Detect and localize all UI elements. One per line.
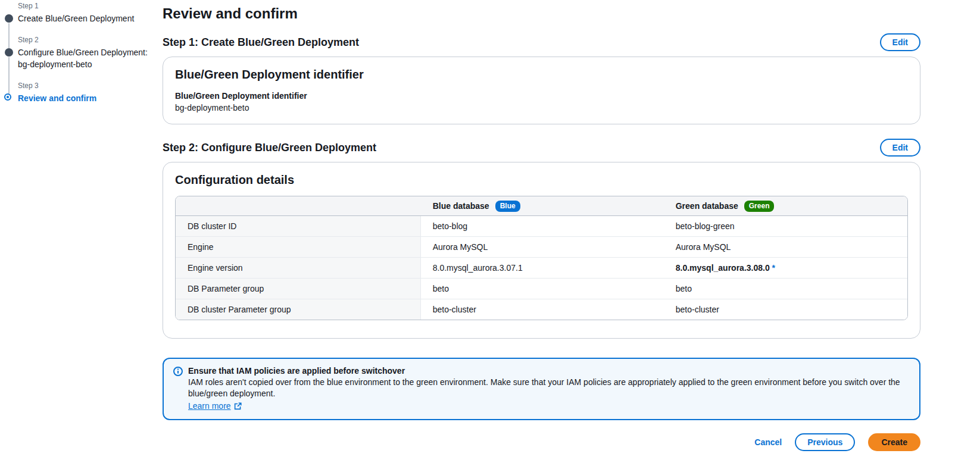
main-content: Review and confirm Step 1: Create Blue/G… [163, 0, 920, 466]
row-label: Engine [176, 237, 421, 257]
row-label: DB Parameter group [176, 279, 421, 299]
wizard-step-1: Step 1 Create Blue/Green Deployment [0, 1, 157, 24]
create-button[interactable]: Create [868, 433, 920, 451]
configuration-details-card: Configuration details Blue database Blue… [163, 162, 920, 339]
changed-asterisk: * [770, 263, 775, 273]
step-2-complete-circle-icon [5, 48, 13, 57]
blue-badge: Blue [495, 201, 520, 212]
blue-database-value: beto [421, 279, 664, 299]
green-database-header-label: Green database [676, 200, 738, 212]
alert-content: Ensure that IAM policies are applied bef… [188, 365, 910, 412]
green-database-value: beto [664, 279, 907, 299]
empty-header-cell [176, 196, 421, 215]
page-title: Review and confirm [163, 5, 920, 23]
row-label: DB cluster Parameter group [176, 299, 421, 320]
step-connector-line [8, 57, 10, 94]
step1-edit-button[interactable]: Edit [880, 33, 920, 51]
alert-title: Ensure that IAM policies are applied bef… [188, 365, 910, 377]
green-database-value: 8.0.mysql_aurora.3.08.0 * [664, 258, 907, 278]
learn-more-label: Learn more [188, 400, 231, 412]
green-database-value: Aurora MySQL [664, 237, 907, 257]
step-3-label: Step 3 [18, 81, 157, 90]
blue-database-header-label: Blue database [433, 200, 489, 212]
deployment-identifier-label: Blue/Green Deployment identifier [175, 90, 908, 101]
configuration-table-body: DB cluster IDbeto-blogbeto-blog-greenEng… [176, 216, 907, 320]
alert-body: IAM roles aren't copied over from the bl… [188, 377, 910, 399]
step1-section-heading: Step 1: Create Blue/Green Deployment [163, 35, 359, 49]
configuration-table: Blue database Blue Green database Green … [175, 196, 908, 320]
step2-section-header: Step 2: Configure Blue/Green Deployment … [163, 139, 920, 157]
step-2-label: Step 2 [18, 35, 157, 45]
wizard-step-1-link[interactable]: Create Blue/Green Deployment [18, 12, 157, 24]
step1-section-header: Step 1: Create Blue/Green Deployment Edi… [163, 33, 920, 51]
table-row: DB Parameter groupbetobeto [176, 279, 907, 299]
blue-database-value: beto-cluster [421, 299, 664, 320]
table-row: DB cluster IDbeto-blogbeto-blog-green [176, 216, 907, 237]
step-1-complete-circle-icon [5, 14, 13, 23]
table-row: Engine version8.0.mysql_aurora.3.07.18.0… [176, 258, 907, 279]
page-layout: Step 1 Create Blue/Green Deployment Step… [0, 0, 980, 466]
external-link-icon [234, 402, 242, 410]
cancel-button[interactable]: Cancel [754, 437, 782, 447]
step2-section-heading: Step 2: Configure Blue/Green Deployment [163, 140, 376, 155]
table-row: EngineAurora MySQLAurora MySQL [176, 237, 907, 258]
wizard-step-2: Step 2 Configure Blue/Green Deployment: … [0, 35, 157, 70]
wizard-step-3-link[interactable]: Review and confirm [18, 92, 157, 104]
step-3-active-circle-icon [4, 93, 11, 101]
blue-database-value: Aurora MySQL [421, 237, 664, 257]
card-heading: Blue/Green Deployment identifier [175, 67, 908, 82]
info-alert: Ensure that IAM policies are applied bef… [163, 358, 920, 420]
card-heading: Configuration details [175, 172, 908, 187]
table-row: DB cluster Parameter groupbeto-clusterbe… [176, 299, 907, 320]
wizard-step-2-link[interactable]: Configure Blue/Green Deployment: bg-depl… [18, 46, 157, 70]
green-database-value: beto-cluster [664, 299, 907, 320]
blue-database-value: beto-blog [421, 216, 664, 236]
blue-database-value: 8.0.mysql_aurora.3.07.1 [421, 258, 664, 278]
table-header-row: Blue database Blue Green database Green [176, 196, 907, 216]
deployment-identifier-card: Blue/Green Deployment identifier Blue/Gr… [163, 57, 920, 124]
step-1-label: Step 1 [18, 1, 157, 11]
wizard-nav: Step 1 Create Blue/Green Deployment Step… [0, 0, 163, 466]
row-label: Engine version [176, 258, 421, 278]
learn-more-link[interactable]: Learn more [188, 400, 242, 412]
info-icon [173, 367, 183, 376]
green-database-value: beto-blog-green [664, 216, 907, 236]
wizard-step-3: Step 3 Review and confirm [0, 81, 157, 104]
green-badge: Green [744, 201, 775, 212]
step2-edit-button[interactable]: Edit [880, 139, 920, 157]
deployment-identifier-value: bg-deployment-beto [175, 102, 908, 113]
previous-button[interactable]: Previous [795, 433, 855, 451]
row-label: DB cluster ID [176, 216, 421, 236]
footer-actions: Cancel Previous Create [163, 433, 920, 451]
green-database-header: Green database Green [664, 196, 907, 215]
blue-database-header: Blue database Blue [421, 196, 664, 215]
step-connector-line [8, 23, 10, 48]
